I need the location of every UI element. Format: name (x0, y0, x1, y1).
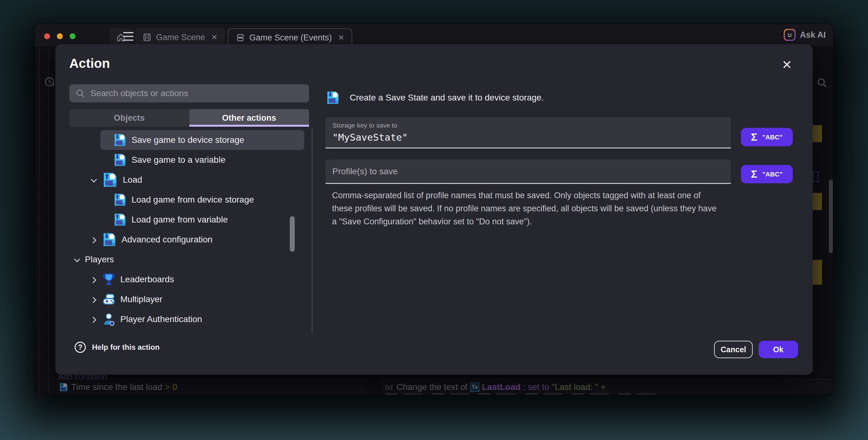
storage-key-field[interactable]: Storage key to save to "MySaveState" (326, 117, 731, 148)
group-multiplayer[interactable]: Multiplayer (69, 289, 304, 309)
sigma-icon: Σ (751, 168, 757, 180)
list-item-label: Load game from variable (131, 215, 228, 225)
group-players[interactable]: Players (69, 250, 304, 269)
list-item-save-game-to-device-storage[interactable]: Save game to device storage (100, 130, 304, 150)
search-icon (75, 88, 86, 99)
title-bar: Game Scene ✕ Game Scene (Events) ✕ Ask A… (35, 24, 833, 47)
save-icon (113, 133, 127, 147)
ask-ai-button[interactable]: Ask AI (784, 29, 826, 41)
tab-objects[interactable]: Objects (69, 109, 189, 127)
save-icon (326, 90, 340, 105)
list-item-label: Save game to device storage (131, 135, 244, 145)
traffic-lights (44, 33, 75, 39)
panel-divider (312, 127, 312, 333)
dialog-title: Action (69, 56, 110, 71)
tab-label: Game Scene (156, 33, 205, 42)
load-icon (113, 212, 127, 227)
group-label: Players (85, 255, 114, 264)
help-link-label: Help for this action (92, 343, 159, 352)
list-item-label: Save game to a variable (131, 155, 225, 165)
tab-game-scene-events[interactable]: Game Scene (Events) ✕ (227, 28, 352, 47)
action-dialog: Action ✕ Search objects or actions Objec… (55, 44, 813, 375)
save-icon (113, 153, 127, 167)
tab-objects-label: Objects (114, 113, 145, 123)
gamepad-icon (102, 292, 116, 306)
profiles-help-text: Comma-separated list of profile names th… (332, 189, 717, 228)
expression-builder-label: "ABC" (762, 171, 782, 178)
search-placeholder: Search objects or actions (90, 88, 188, 98)
chevron-right-icon[interactable] (90, 296, 97, 303)
group-leaderboards[interactable]: Leaderboards (69, 269, 304, 289)
actions-tree: Save game to device storage Save game to… (69, 130, 304, 335)
profiles-label: Profile(s) to save (332, 167, 398, 176)
expression-builder-button[interactable]: Σ "ABC" (741, 165, 793, 183)
tab-other-actions[interactable]: Other actions (189, 109, 309, 127)
search-input[interactable]: Search objects or actions (69, 84, 309, 102)
storage-key-value[interactable]: "MySaveState" (332, 131, 724, 143)
expression-builder-button[interactable]: Σ "ABC" (741, 128, 793, 146)
category-tabs: Objects Other actions (69, 109, 309, 127)
list-item-load-game-from-device-storage[interactable]: Load game from device storage (69, 190, 304, 210)
ask-ai-icon (784, 29, 796, 41)
tree-scrollbar[interactable] (290, 216, 295, 252)
help-for-this-action-link[interactable]: ? Help for this action (74, 342, 159, 353)
scene-tab-icon (143, 33, 152, 42)
minimize-window-button[interactable] (57, 33, 63, 39)
list-item-load-game-from-variable[interactable]: Load game from variable (69, 210, 304, 230)
list-item-save-game-to-a-variable[interactable]: Save game to a variable (69, 150, 304, 170)
close-tab-icon[interactable]: ✕ (211, 33, 218, 42)
group-label: Advanced configuration (122, 235, 213, 244)
group-label: Multiplayer (120, 294, 162, 304)
sigma-icon: Σ (751, 131, 757, 143)
desktop: Game Scene ✕ Game Scene (Events) ✕ Ask A… (0, 0, 868, 440)
expression-builder-label: "ABC" (762, 134, 782, 141)
profiles-field[interactable]: Profile(s) to save (326, 159, 731, 184)
action-description: Create a Save State and save it to devic… (326, 90, 544, 105)
chevron-down-icon[interactable] (90, 176, 97, 184)
maximize-window-button[interactable] (70, 33, 75, 39)
group-player-authentication[interactable]: Player Authentication (69, 309, 304, 329)
group-label: Leaderboards (120, 274, 174, 285)
list-item-label: Load game from device storage (131, 195, 254, 205)
load-icon (113, 193, 127, 207)
person-icon (102, 312, 116, 326)
close-tab-icon[interactable]: ✕ (338, 33, 344, 42)
chevron-right-icon[interactable] (90, 316, 97, 323)
trophy-icon (102, 272, 116, 287)
load-icon (102, 172, 119, 188)
tab-label: Game Scene (Events) (249, 33, 332, 42)
group-label: Player Authentication (120, 314, 202, 324)
group-advanced-configuration[interactable]: Advanced configuration (69, 230, 304, 250)
cancel-button[interactable]: Cancel (714, 341, 753, 358)
main-menu-icon[interactable] (123, 32, 134, 41)
tab-game-scene[interactable]: Game Scene ✕ (135, 28, 225, 47)
close-dialog-icon[interactable]: ✕ (782, 59, 792, 71)
ask-ai-label: Ask AI (800, 30, 826, 40)
help-icon: ? (74, 342, 86, 353)
chevron-down-icon[interactable] (73, 256, 81, 263)
action-description-text: Create a Save State and save it to devic… (350, 93, 544, 103)
tab-other-actions-label: Other actions (222, 113, 276, 123)
chevron-right-icon[interactable] (90, 276, 97, 283)
storage-key-label: Storage key to save to (332, 122, 724, 129)
group-label: Load (123, 175, 142, 185)
close-window-button[interactable] (44, 33, 50, 39)
ok-button[interactable]: Ok (758, 341, 798, 358)
events-tab-icon (236, 33, 245, 42)
save-icon (102, 232, 117, 247)
group-load[interactable]: Load (69, 170, 304, 190)
chevron-right-icon[interactable] (90, 236, 97, 243)
